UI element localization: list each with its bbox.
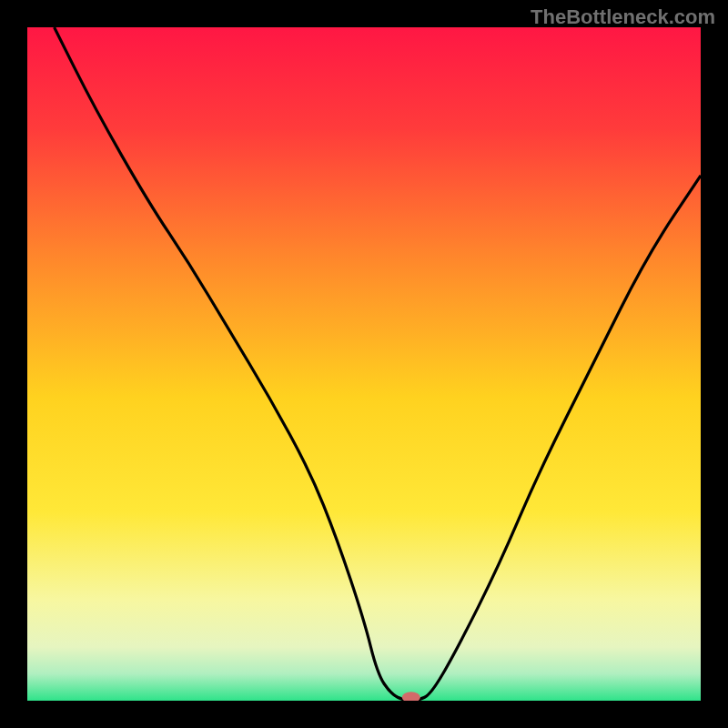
attribution-text: TheBottleneck.com (531, 5, 715, 29)
bottleneck-chart (27, 27, 701, 701)
gradient-background (27, 27, 701, 701)
chart-plot-area (27, 27, 701, 701)
